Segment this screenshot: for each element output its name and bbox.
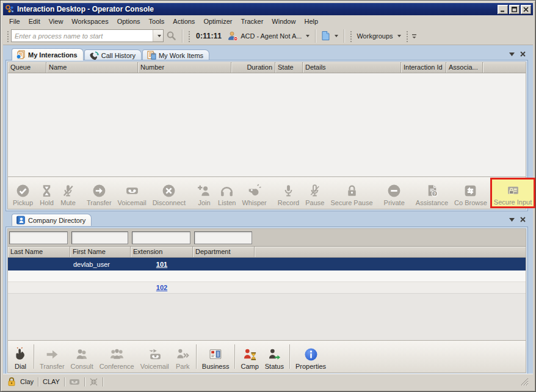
transfer-arrow-icon [45, 347, 60, 362]
col-queue[interactable]: Queue [8, 62, 46, 73]
menu-tools[interactable]: Tools [145, 16, 169, 26]
col-number[interactable]: Number [138, 62, 231, 73]
menu-window[interactable]: Window [267, 16, 300, 26]
agent-status-icon [228, 31, 238, 41]
tab-company-directory[interactable]: Company Directory [12, 214, 92, 226]
col-extension[interactable]: Extension [131, 247, 193, 257]
menu-edit[interactable]: Edit [24, 16, 45, 26]
my-work-items-icon [147, 51, 156, 60]
hold-icon [39, 183, 54, 198]
directory-row[interactable]: 102 [8, 282, 526, 294]
camp-button[interactable]: Camp [237, 341, 261, 372]
pane-close-icon[interactable] [520, 217, 526, 222]
col-interaction-id[interactable]: Interaction Id [401, 62, 446, 73]
voicemail-indicator-icon[interactable] [69, 378, 80, 386]
dir-transfer-button[interactable]: Transfer [37, 341, 68, 372]
hold-button[interactable]: Hold [36, 178, 57, 208]
toolbar-grip[interactable] [405, 30, 408, 42]
process-input[interactable] [12, 30, 153, 42]
consult-button[interactable]: Consult [68, 341, 96, 372]
join-button[interactable]: Join [194, 178, 215, 208]
agent-status-button[interactable]: ACD - Agent Not A... [225, 29, 312, 43]
menu-actions[interactable]: Actions [168, 16, 199, 26]
menu-options[interactable]: Options [113, 16, 145, 26]
col-last-name[interactable]: Last Name [8, 247, 70, 257]
menu-optimizer[interactable]: Optimizer [199, 16, 236, 26]
dir-voicemail-button[interactable]: Voicemail [137, 341, 172, 372]
pause-button[interactable]: Pause [302, 178, 327, 208]
process-dropdown-button[interactable] [153, 30, 163, 42]
tab-my-interactions[interactable]: My Interactions [12, 48, 84, 60]
dial-button[interactable]: Dial [10, 341, 31, 372]
business-card-button[interactable]: Business [199, 341, 233, 372]
secure-pause-button[interactable]: Secure Pause [327, 178, 375, 208]
properties-button[interactable]: Properties [292, 341, 329, 372]
co-browse-button[interactable]: Co Browse [451, 178, 490, 208]
toolbar-grip[interactable] [6, 30, 9, 42]
filter-department-input[interactable] [194, 231, 252, 244]
park-button[interactable]: Park [172, 341, 194, 372]
document-icon [321, 31, 330, 41]
voicemail-button[interactable]: Voicemail [115, 178, 150, 208]
maximize-button[interactable] [509, 5, 520, 14]
col-spacer [483, 62, 526, 73]
workgroups-button[interactable]: Workgroups [354, 29, 403, 43]
tab-label: Company Directory [28, 217, 85, 224]
business-card-icon [208, 347, 223, 362]
interactions-list[interactable] [8, 73, 526, 176]
filter-first-name-input[interactable] [71, 231, 128, 244]
filter-last-name-input[interactable] [9, 231, 68, 244]
menu-workspaces[interactable]: Workspaces [67, 16, 112, 26]
col-first-name[interactable]: First Name [70, 247, 131, 257]
whisper-button[interactable]: Whisper [239, 178, 269, 208]
pane-menu-chevron-icon[interactable] [509, 53, 515, 56]
directory-row-selected[interactable]: devlab_user 101 [8, 258, 526, 270]
record-button[interactable]: Record [275, 178, 302, 208]
col-associated[interactable]: Associa... [446, 62, 483, 73]
status-button[interactable]: Status [262, 341, 287, 372]
call-history-icon [89, 51, 99, 60]
directory-list-empty-area[interactable] [8, 294, 526, 340]
new-interaction-button[interactable] [319, 29, 341, 43]
col-details[interactable]: Details [303, 62, 401, 73]
pickup-button[interactable]: Pickup [10, 178, 36, 208]
menu-tracker[interactable]: Tracker [236, 16, 267, 26]
col-duration[interactable]: Duration [231, 62, 275, 73]
menu-help[interactable]: Help [300, 16, 322, 26]
collapse-icon[interactable] [89, 378, 98, 386]
transfer-button[interactable]: Transfer [84, 178, 115, 208]
directory-tab-strip: Company Directory [12, 214, 92, 226]
conference-button[interactable]: Conference [96, 341, 137, 372]
listen-button[interactable]: Listen [215, 178, 239, 208]
search-button[interactable] [164, 29, 179, 43]
station-name: CLAY [43, 378, 60, 385]
minimize-button[interactable] [498, 5, 508, 14]
company-directory-icon [16, 216, 26, 225]
menu-file[interactable]: File [5, 16, 24, 26]
directory-row[interactable] [8, 270, 526, 282]
assistance-button[interactable]: ? Assistance [413, 178, 451, 208]
close-button[interactable] [521, 5, 531, 14]
toolbar-overflow-button[interactable] [411, 32, 418, 40]
pane-menu-chevron-icon[interactable] [509, 218, 515, 222]
tab-call-history[interactable]: Call History [84, 49, 142, 60]
resize-grip[interactable] [521, 378, 529, 386]
voicemail-icon [147, 347, 162, 362]
mute-button[interactable]: Mute [57, 178, 79, 208]
extension-link[interactable]: 101 [156, 261, 167, 268]
col-state[interactable]: State [275, 62, 303, 73]
secure-input-button[interactable]: Secure Input [490, 178, 535, 208]
tab-my-work-items[interactable]: My Work Items [142, 49, 209, 60]
col-department[interactable]: Department [193, 247, 255, 257]
filter-extension-input[interactable] [132, 231, 190, 244]
toolbar-grip[interactable] [349, 30, 352, 42]
col-name[interactable]: Name [46, 62, 138, 73]
pane-close-icon[interactable] [520, 51, 526, 57]
private-button[interactable]: Private [381, 178, 408, 208]
status-timer: 0:11:11 [192, 32, 225, 40]
disconnect-button[interactable]: Disconnect [150, 178, 189, 208]
menu-view[interactable]: View [45, 16, 68, 26]
listen-icon [219, 183, 234, 198]
toolbar-grip[interactable] [187, 30, 190, 42]
extension-link[interactable]: 102 [156, 284, 167, 291]
